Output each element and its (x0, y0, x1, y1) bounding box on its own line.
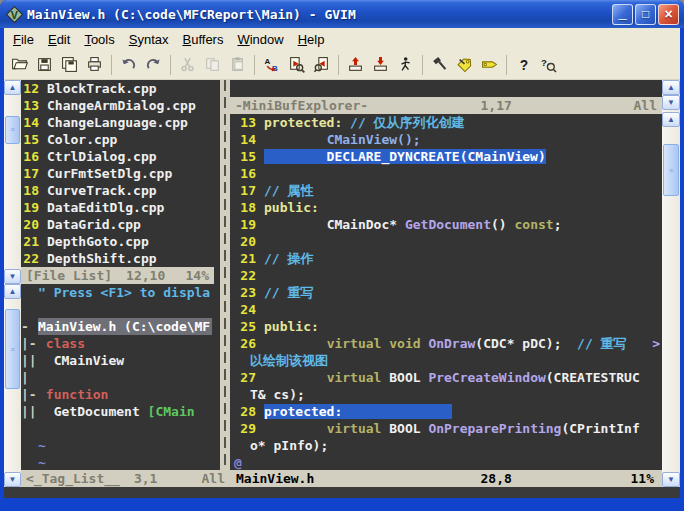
code-editor[interactable]: 13protected: // 仅从序列化创建14 CMainView();15… (230, 114, 662, 470)
toolbar-redo-button[interactable] (141, 53, 166, 77)
fold-column[interactable]: || (21, 403, 38, 420)
scroll-down-icon[interactable]: ▼ (4, 269, 21, 284)
file-list-item[interactable]: 19DataEditDlg.cpp (21, 199, 214, 216)
fold-column[interactable]: - (21, 318, 38, 335)
tag-list-item[interactable]: ~ (21, 454, 214, 470)
tag-list-item[interactable]: |- class (21, 335, 214, 352)
file-list-item[interactable]: 16CtrlDialog.cpp (21, 148, 214, 165)
code-line-17[interactable]: 17// 属性 (234, 182, 662, 199)
menu-item-syntax[interactable]: Syntax (122, 30, 176, 49)
scrollbar-thumb[interactable]: ≡ (5, 309, 20, 389)
scroll-down-icon[interactable]: ▼ (4, 472, 21, 487)
scroll-up-icon[interactable]: ▲ (662, 112, 680, 127)
code-line-14[interactable]: 14 CMainView(); (234, 131, 662, 148)
tag-list-item[interactable]: | (21, 369, 214, 386)
code-line-29[interactable]: 29 virtual BOOL OnPreparePrinting(CPrint… (234, 420, 662, 437)
code-line[interactable]: @ (234, 454, 662, 470)
toolbar-session-save-button[interactable] (368, 53, 393, 77)
minibuf-explorer[interactable]: [1:MainView.cpp][2:MainView.h]* (230, 80, 662, 97)
scroll-up-icon[interactable]: ▲ (4, 284, 21, 299)
menu-item-file[interactable]: File (6, 30, 41, 49)
toolbar-build-tags-button[interactable] (452, 53, 477, 77)
file-list-item[interactable]: 13ChangeArmDialog.cpp (21, 97, 214, 114)
menu-item-help[interactable]: Help (291, 30, 332, 49)
editor-scrollbar[interactable]: ▲ ≡ ▼ (662, 112, 680, 487)
code-line-23[interactable]: 23// 重写 (234, 284, 662, 301)
file-list-item[interactable]: 17CurFmtSetDlg.cpp (21, 165, 214, 182)
scroll-down-icon[interactable]: ▼ (662, 472, 680, 487)
code-line-18[interactable]: 18public: (234, 199, 662, 216)
fold-column[interactable]: |- (21, 386, 38, 403)
scroll-down-icon[interactable]: ▼ (662, 95, 680, 110)
file-list-item[interactable]: 14ChangeLanguage.cpp (21, 114, 214, 131)
tag-list-item[interactable] (21, 420, 214, 437)
file-list-item[interactable]: 22DepthShift.cpp (21, 250, 214, 267)
scrollbar-thumb[interactable]: ≡ (5, 116, 20, 144)
taglist-statusbar[interactable]: <_Tag_List__ 3,1 All (21, 470, 230, 487)
menu-item-tools[interactable]: Tools (77, 30, 121, 49)
main-statusbar[interactable]: MainView.h 28,8 11% (230, 470, 662, 487)
scroll-up-icon[interactable]: ▲ (662, 80, 680, 95)
scroll-up-icon[interactable]: ▲ (4, 80, 21, 95)
minibuf-scrollbar[interactable]: ▲ ▼ (662, 80, 680, 112)
command-line[interactable] (4, 487, 680, 498)
title-bar[interactable]: V MainView.h (C:\code\MFCReport\Main) - … (0, 0, 684, 28)
toolbar-find-help-button[interactable]: ? (536, 53, 561, 77)
menu-item-window[interactable]: Window (230, 30, 290, 49)
tag-list-item[interactable]: || CMainView (21, 352, 214, 369)
minibuf-statusline[interactable]: -MiniBufExplorer- 1,17 All (230, 97, 662, 114)
file-list-item[interactable]: 15Color.cpp (21, 131, 214, 148)
code-line-wrap[interactable]: o* pInfo); (234, 437, 662, 454)
tag-list-item[interactable]: || GetDocument [CMain (21, 403, 214, 420)
toolbar-save-button[interactable] (32, 53, 57, 77)
tag-list-item[interactable]: |- function (21, 386, 214, 403)
minimize-button[interactable]: ─ (612, 4, 633, 25)
file-list-item[interactable]: 18CurveTrack.cpp (21, 182, 214, 199)
toolbar-help-button[interactable]: ? (511, 53, 536, 77)
file-list-item[interactable]: 12BlockTrack.cpp (21, 80, 214, 97)
tag-list-scrollbar[interactable]: ▲ ≡ ▼ (4, 284, 21, 487)
fold-column[interactable]: |- (21, 335, 38, 352)
close-button[interactable]: × (658, 4, 679, 25)
toolbar-tag-jump-button[interactable] (477, 53, 502, 77)
code-line-20[interactable]: 20 (234, 233, 662, 250)
code-line-22[interactable]: 22 (234, 267, 662, 284)
toolbar-undo-button[interactable] (116, 53, 141, 77)
tag-list-file-title[interactable]: -MainView.h (C:\code\MF (21, 318, 214, 335)
code-line-27[interactable]: 27 virtual BOOL PreCreateWindow(CREATEST… (234, 369, 662, 386)
fold-column[interactable]: || (21, 352, 38, 369)
code-line-13[interactable]: 13protected: // 仅从序列化创建 (234, 114, 662, 131)
code-line-wrap[interactable]: 以绘制该视图 (234, 352, 662, 369)
toolbar-make-button[interactable] (427, 53, 452, 77)
toolbar-find-replace-button[interactable]: AB (259, 53, 284, 77)
menu-item-edit[interactable]: Edit (41, 30, 77, 49)
code-line-16[interactable]: 16 (234, 165, 662, 182)
file-list-scrollbar[interactable]: ▲ ≡ ▼ (4, 80, 21, 284)
toolbar-find-prev-button[interactable] (309, 53, 334, 77)
code-line-21[interactable]: 21// 操作 (234, 250, 662, 267)
tag-list-item[interactable]: ~ (21, 437, 214, 454)
menu-item-buffers[interactable]: Buffers (175, 30, 230, 49)
scrollbar-thumb[interactable]: ≡ (663, 144, 679, 196)
file-list-statusline[interactable]: [File List] 12,10 14% (21, 267, 214, 284)
file-list-item[interactable]: 21DepthGoto.cpp (21, 233, 214, 250)
code-line-wrap[interactable]: T& cs); (234, 386, 662, 403)
code-line-26[interactable]: 26 virtual void OnDraw(CDC* pDC); // 重写> (234, 335, 662, 352)
tag-file-name[interactable]: MainView.h (C:\code\MF (38, 318, 212, 335)
code-line-25[interactable]: 25public: (234, 318, 662, 335)
toolbar-print-button[interactable] (82, 53, 107, 77)
maximize-button[interactable]: □ (635, 4, 656, 25)
toolbar-run-script-button[interactable] (393, 53, 418, 77)
toolbar-open-button[interactable] (7, 53, 32, 77)
code-line-15[interactable]: 15 DECLARE_DYNCREATE(CMainView) (234, 148, 662, 165)
tag-list-item[interactable]: " Press <F1> to displa (21, 284, 214, 301)
file-list-item[interactable]: 20DataGrid.cpp (21, 216, 214, 233)
code-line-28[interactable]: 28protected: (234, 403, 662, 420)
fold-column[interactable]: | (21, 369, 38, 386)
toolbar-session-load-button[interactable] (343, 53, 368, 77)
code-line-24[interactable]: 24 (234, 301, 662, 318)
toolbar-find-next-button[interactable] (284, 53, 309, 77)
tag-list-item[interactable] (21, 301, 214, 318)
window-vertical-separator[interactable] (214, 80, 230, 470)
toolbar-save-all-button[interactable] (57, 53, 82, 77)
